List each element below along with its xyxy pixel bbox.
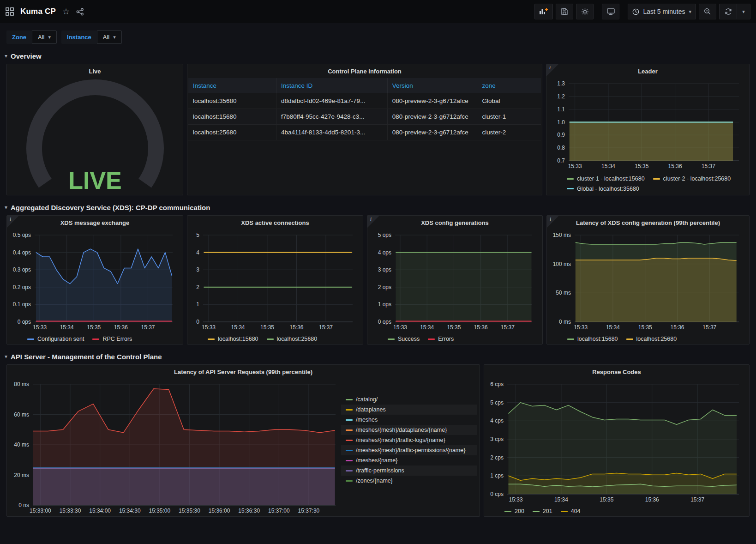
- svg-text:3: 3: [196, 266, 199, 273]
- table-cell: 080-preview-2-3-g6712afce: [388, 93, 478, 109]
- legend-item[interactable]: cluster-2 - localhost:25680: [653, 175, 731, 182]
- time-range-picker[interactable]: Last 5 minutes ▾: [628, 4, 696, 19]
- legend-series-color: [346, 450, 353, 451]
- settings-button[interactable]: [576, 4, 594, 19]
- cycle-view-button[interactable]: [602, 4, 619, 19]
- apps-grid-icon[interactable]: [6, 7, 14, 16]
- xds-active-connections-chart[interactable]: 15:3315:3415:3515:3615:37543210: [188, 230, 360, 335]
- svg-text:15:34: 15:34: [60, 324, 74, 331]
- variable-instance-label: Instance: [61, 30, 97, 44]
- legend-item[interactable]: Configuration sent: [27, 336, 84, 342]
- legend-series-color: [346, 419, 353, 421]
- legend-item[interactable]: 404: [561, 508, 581, 514]
- legend-series-color: [428, 338, 435, 340]
- xds-config-generations-chart[interactable]: 15:3315:3415:3515:3615:375 ops4 ops3 ops…: [368, 230, 540, 335]
- info-icon[interactable]: i: [547, 216, 559, 228]
- svg-text:15:34:00: 15:34:00: [89, 508, 111, 514]
- leader-chart[interactable]: 15:3315:3415:3515:3615:371.31.21.11.00.9…: [547, 79, 746, 174]
- save-dashboard-button[interactable]: [556, 4, 573, 19]
- response-codes-chart[interactable]: 15:3315:3415:3515:3615:376 cps5 cps4 cps…: [485, 380, 746, 507]
- svg-text:15:37: 15:37: [690, 496, 704, 503]
- legend-item[interactable]: Success: [388, 336, 420, 342]
- column-header[interactable]: Version: [388, 78, 478, 93]
- info-icon[interactable]: i: [367, 216, 379, 228]
- xds-message-exchange-chart[interactable]: 15:3315:3415:3515:3615:370.5 ops0.4 ops0…: [8, 230, 180, 335]
- panel-title-xds-config[interactable]: XDS config generations: [367, 216, 542, 230]
- svg-text:1.0: 1.0: [557, 119, 565, 126]
- variable-instance-value[interactable]: All▾: [97, 30, 122, 44]
- svg-text:0 ms: 0 ms: [559, 319, 571, 325]
- panel-xds-config-generations: i XDS config generations 15:3315:3415:35…: [367, 215, 543, 345]
- legend-series-label: cluster-1 - localhost:15680: [577, 175, 645, 182]
- panel-title-cp-info[interactable]: Control Plane information: [187, 64, 542, 78]
- xds-active-legend: localhost:15680localhost:25680: [187, 335, 363, 345]
- info-icon[interactable]: i: [546, 64, 558, 76]
- svg-text:15:37: 15:37: [702, 163, 715, 169]
- legend-item[interactable]: /meshes/{name}: [341, 455, 477, 465]
- panel-title-response-codes[interactable]: Response Codes: [484, 365, 749, 379]
- legend-item[interactable]: /meshes/{mesh}/traffic-permissions/{name…: [341, 445, 477, 455]
- legend-item[interactable]: /meshes/{mesh}/traffic-logs/{name}: [341, 435, 477, 445]
- svg-text:0: 0: [196, 319, 199, 325]
- panel-title-live[interactable]: Live: [7, 64, 183, 78]
- legend-item[interactable]: /catalog/: [341, 394, 477, 405]
- legend-item[interactable]: Global - localhost:35680: [567, 186, 639, 192]
- panel-title-xds-msg[interactable]: XDS message exchange: [7, 216, 183, 230]
- svg-text:15:35: 15:35: [600, 496, 613, 503]
- api-latency-chart[interactable]: 15:33:0015:33:3015:34:0015:34:3015:35:00…: [8, 380, 338, 517]
- refresh-interval-dropdown[interactable]: ▾: [737, 4, 750, 19]
- legend-item[interactable]: RPC Errors: [92, 336, 132, 342]
- legend-item[interactable]: localhost:25680: [267, 336, 318, 342]
- panel-response-codes: Response Codes 15:3315:3415:3515:3615:37…: [484, 364, 750, 517]
- legend-series-label: cluster-2 - localhost:25680: [663, 175, 731, 182]
- legend-item[interactable]: /zones/{name}: [341, 476, 477, 486]
- svg-text:0.4 ops: 0.4 ops: [13, 249, 31, 256]
- panel-title-xds-active[interactable]: XDS active connections: [187, 216, 363, 230]
- section-xds[interactable]: ▾ Aggregated Discovery Service (XDS): CP…: [0, 200, 756, 215]
- variable-zone-value[interactable]: All▾: [32, 30, 57, 44]
- legend-item[interactable]: 200: [504, 508, 524, 514]
- xds-latency-legend: localhost:15680localhost:25680: [547, 335, 749, 345]
- legend-item[interactable]: /meshes/{mesh}/dataplanes/{name}: [341, 425, 477, 435]
- svg-text:15:36: 15:36: [670, 324, 684, 331]
- svg-text:40 ms: 40 ms: [14, 441, 29, 448]
- svg-text:15:34: 15:34: [420, 324, 434, 331]
- column-header[interactable]: Instance ID: [276, 78, 388, 93]
- legend-item[interactable]: /traffic-permissions: [341, 465, 477, 476]
- panel-title-api-latency[interactable]: Latency of API Server Requests (99th per…: [7, 365, 480, 379]
- svg-text:5: 5: [196, 232, 199, 238]
- section-overview[interactable]: ▾ Overview: [0, 48, 756, 64]
- table-row: localhost:15680f7b80ff4-95cc-427e-9428-c…: [188, 109, 541, 125]
- svg-text:0.8: 0.8: [557, 145, 565, 151]
- column-header[interactable]: Instance: [188, 78, 276, 93]
- legend-item[interactable]: localhost:25680: [626, 336, 677, 342]
- legend-series-color: [346, 409, 353, 411]
- svg-text:15:36:00: 15:36:00: [209, 508, 230, 514]
- share-icon[interactable]: [76, 8, 84, 16]
- column-header[interactable]: zone: [477, 78, 541, 93]
- panel-title-xds-latency[interactable]: Latency of XDS config generation (99th p…: [547, 216, 749, 230]
- add-panel-button[interactable]: [534, 4, 553, 19]
- legend-series-color: [346, 470, 353, 471]
- legend-item[interactable]: 201: [533, 508, 552, 514]
- legend-item[interactable]: cluster-1 - localhost:15680: [567, 175, 645, 182]
- legend-series-color: [567, 188, 574, 189]
- legend-item[interactable]: /dataplanes: [341, 405, 477, 415]
- xds-latency-chart[interactable]: 15:3315:3415:3515:3615:37150 ms100 ms50 …: [548, 230, 746, 335]
- legend-item[interactable]: Errors: [428, 336, 454, 342]
- svg-text:15:33: 15:33: [202, 324, 216, 331]
- legend-item[interactable]: localhost:15680: [208, 336, 258, 342]
- legend-item[interactable]: localhost:15680: [567, 336, 618, 342]
- info-icon[interactable]: i: [7, 216, 19, 228]
- dashboard-title[interactable]: Kuma CP: [20, 7, 56, 16]
- zoom-out-button[interactable]: [699, 4, 716, 19]
- legend-item[interactable]: /meshes: [341, 415, 477, 425]
- section-api-server[interactable]: ▾ API Server - Management of the Control…: [0, 349, 756, 364]
- star-icon[interactable]: ☆: [62, 6, 70, 17]
- refresh-button[interactable]: [719, 4, 737, 19]
- panel-title-leader[interactable]: Leader: [546, 64, 749, 78]
- svg-text:3 ops: 3 ops: [378, 266, 391, 273]
- svg-text:15:35: 15:35: [638, 324, 652, 331]
- svg-text:0 ops: 0 ops: [18, 319, 31, 325]
- svg-text:15:33: 15:33: [574, 324, 588, 331]
